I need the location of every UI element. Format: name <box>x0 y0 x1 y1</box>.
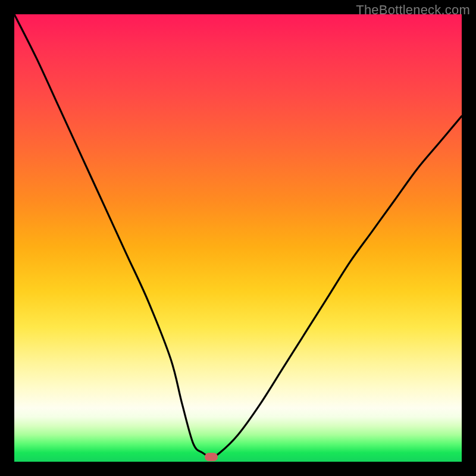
optimal-point-marker <box>205 453 218 461</box>
chart-frame: TheBottleneck.com <box>0 0 476 476</box>
plot-area <box>14 14 462 462</box>
bottleneck-curve <box>14 14 462 462</box>
